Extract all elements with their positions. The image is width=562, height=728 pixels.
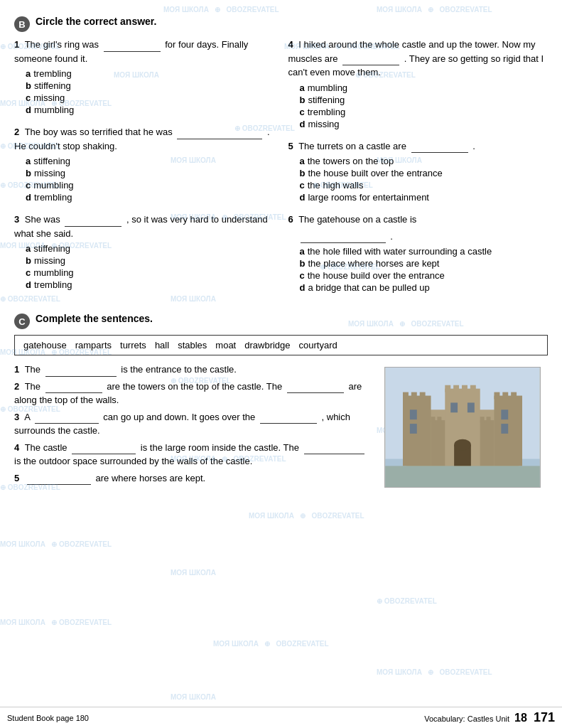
q2-blank[interactable] xyxy=(177,139,262,139)
svg-rect-12 xyxy=(445,385,450,392)
q4-option-b[interactable]: bstiffening xyxy=(300,95,549,105)
section-b-title: Circle the correct answer. xyxy=(36,16,156,27)
q6-option-d[interactable]: da bridge that can be pulled up xyxy=(300,282,549,293)
q3-option-a[interactable]: astiffening xyxy=(26,243,274,254)
c1-the: The xyxy=(25,364,43,375)
q2-option-d[interactable]: dtrembling xyxy=(26,192,274,203)
q2-option-b[interactable]: bmissing xyxy=(26,168,274,178)
q6-option-a[interactable]: athe hole filled with water surrounding … xyxy=(300,246,549,257)
q6-blank[interactable] xyxy=(301,242,386,243)
svg-rect-10 xyxy=(511,392,517,400)
c-sentence-3: 3 A can go up and down. It goes over the… xyxy=(14,410,373,438)
question-4: 4 I hiked around the whole castle and up… xyxy=(288,38,549,129)
watermark: МОЯ ШКОЛА ⊕ OBOZREVATEL xyxy=(213,640,329,648)
c4-blank2[interactable] xyxy=(304,454,364,454)
section-c: C Complete the sentences. gatehouse ramp… xyxy=(14,313,548,488)
q5-option-a[interactable]: athe towers on the top xyxy=(300,156,549,166)
q1-text-before: The girl's ring was xyxy=(25,39,99,50)
c3-blank1[interactable] xyxy=(35,423,99,424)
q6-option-b[interactable]: bthe place where horses are kept xyxy=(300,258,549,269)
q1-opt-a-letter: a xyxy=(26,68,31,79)
svg-rect-30 xyxy=(385,466,539,487)
q4-options: amumbling bstiffening ctrembling dmissin… xyxy=(300,82,549,129)
c2-blank1[interactable] xyxy=(45,392,102,393)
q5-option-c[interactable]: cthe high walls xyxy=(300,180,549,191)
svg-rect-20 xyxy=(501,410,508,419)
footer-subject: Vocabulary: Castles xyxy=(424,714,493,723)
c-sentence-4: 4 The castle is the large room inside th… xyxy=(14,441,373,469)
footer: Student Book page 180 Vocabulary: Castle… xyxy=(0,707,562,728)
word-turrets: turrets xyxy=(120,340,146,350)
c-sentence-2: 2 The are the towers on the top of the c… xyxy=(14,380,373,407)
svg-rect-15 xyxy=(470,385,476,392)
q5-option-d[interactable]: dlarge rooms for entertainment xyxy=(300,192,549,203)
complete-questions: 1 The is the entrance to the castle. 2 T… xyxy=(14,363,548,488)
q1-opt-b-text: stiffening xyxy=(34,80,71,91)
col-right: 4 I hiked around the whole castle and up… xyxy=(288,38,549,303)
q1-blank[interactable] xyxy=(104,51,161,52)
section-c-header: C Complete the sentences. xyxy=(14,313,548,329)
c4-blank1[interactable] xyxy=(72,454,136,454)
svg-rect-14 xyxy=(462,385,468,392)
c1-blank[interactable] xyxy=(45,376,117,377)
svg-rect-21 xyxy=(501,424,508,434)
c5-num: 5 xyxy=(14,473,19,483)
section-b-columns: 1 The girl's ring was for four days. Fin… xyxy=(14,38,548,303)
q5-text: 5 The turrets on a castle are . xyxy=(288,139,549,154)
q5-num: 5 xyxy=(288,141,293,151)
q2-option-a[interactable]: astiffening xyxy=(26,156,274,166)
footer-left: Student Book page 180 xyxy=(7,714,89,722)
word-moat: moat xyxy=(215,340,236,350)
q3-option-d[interactable]: dtrembling xyxy=(26,279,274,290)
q1-option-b[interactable]: bstiffening xyxy=(26,80,274,91)
watermark: МОЯ ШКОЛА ⊕ OBOZREVATEL xyxy=(377,668,492,676)
svg-rect-13 xyxy=(453,385,459,392)
q1-option-c[interactable]: cmissing xyxy=(26,92,274,103)
q6-option-c[interactable]: cthe house build over the entrance xyxy=(300,270,549,281)
q3-num: 3 xyxy=(14,214,19,225)
word-hall: hall xyxy=(155,340,169,350)
q3-options: astiffening bmissing cmumbling dtremblin… xyxy=(26,243,274,290)
c2-blank2[interactable] xyxy=(287,392,344,393)
c5-blank[interactable] xyxy=(27,484,91,485)
q1-opt-c-text: missing xyxy=(33,92,65,103)
q4-option-d[interactable]: dmissing xyxy=(300,119,549,129)
q1-option-a[interactable]: atrembling xyxy=(26,68,274,79)
section-c-title: Complete the sentences. xyxy=(36,313,153,324)
svg-rect-18 xyxy=(410,410,417,419)
watermark: МОЯ ШКОЛА ⊕ OBOZREVATEL xyxy=(377,6,492,14)
castle-image-container xyxy=(384,363,548,488)
q1-opt-c-letter: c xyxy=(26,92,31,103)
q4-blank[interactable] xyxy=(342,65,399,65)
q3-option-c[interactable]: cmumbling xyxy=(26,267,274,278)
section-b-badge: B xyxy=(14,16,30,32)
q5-blank[interactable] xyxy=(411,152,468,153)
footer-unit-label: Unit xyxy=(495,714,509,723)
q2-text: 2 The boy was so terrified that he was .… xyxy=(14,125,274,153)
watermark: МОЯ ШКОЛА ⊕ OBOZREVATEL xyxy=(163,6,279,14)
svg-rect-6 xyxy=(420,392,426,400)
svg-rect-19 xyxy=(410,424,417,434)
c3-mid: can go up and down. It goes over the xyxy=(103,412,258,422)
q1-option-d[interactable]: dmumbling xyxy=(26,105,274,115)
q3-option-b[interactable]: bmissing xyxy=(26,255,274,266)
watermark: МОЯ ШКОЛА ⊕ OBOZREVATEL xyxy=(249,512,364,520)
q2-num: 2 xyxy=(14,127,19,137)
svg-rect-29 xyxy=(487,417,491,422)
castle-svg xyxy=(385,368,540,487)
c5-rest: are where horses are kept. xyxy=(95,473,205,483)
watermark: МОЯ ШКОЛА ⊕ OBOZREVATEL xyxy=(0,619,112,626)
q3-text: 3 She was , so it was very hard to under… xyxy=(14,213,274,240)
c3-blank2[interactable] xyxy=(260,423,317,424)
footer-page-num: 171 xyxy=(534,710,555,724)
svg-rect-5 xyxy=(411,392,417,400)
q4-option-a[interactable]: amumbling xyxy=(300,82,549,93)
q5-option-b[interactable]: bthe house built over the entrance xyxy=(300,168,549,178)
q3-blank[interactable] xyxy=(65,226,121,227)
q4-option-c[interactable]: ctrembling xyxy=(300,107,549,117)
q2-option-c[interactable]: cmumbling xyxy=(26,180,274,191)
q1-options: atrembling bstiffening cmissing dmumblin… xyxy=(26,68,274,115)
q1-opt-d-letter: d xyxy=(26,105,31,115)
q1-opt-a-text: trembling xyxy=(33,68,71,79)
c2-the: The xyxy=(25,381,43,392)
